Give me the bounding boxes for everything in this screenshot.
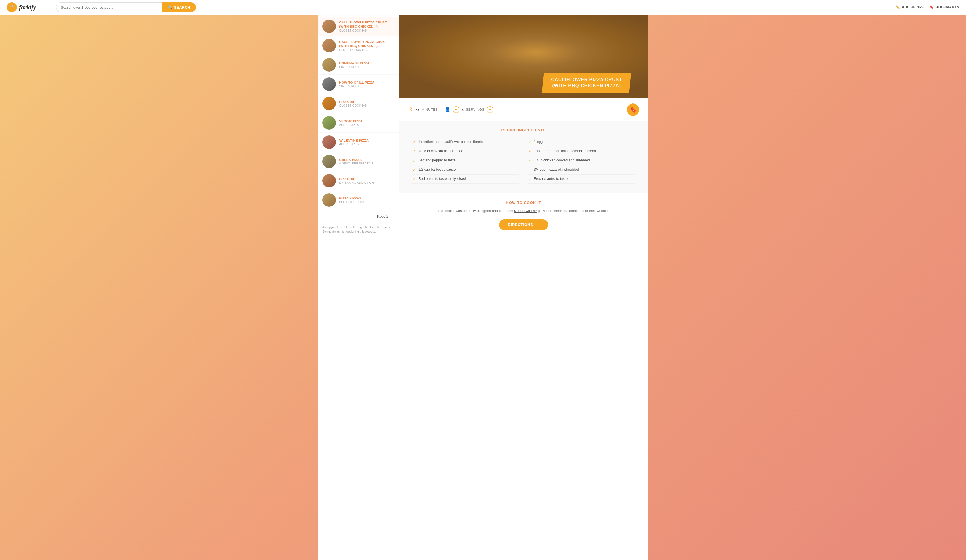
recipe-list-item[interactable]: PIZZA DIP MY BAKING ADDICTION <box>318 171 399 190</box>
recipe-item-source: ALL RECIPES <box>339 123 363 126</box>
recipe-item-title: PITTA PIZZAS <box>339 196 365 200</box>
clock-icon: ⏱ <box>408 107 413 113</box>
ingredient-item: ✓1 medium head cauliflower cut into flor… <box>412 138 519 147</box>
ingredients-title: RECIPE INGREDIENTS <box>412 128 635 132</box>
ingredient-item: ✓3/4 cup mozzarella shredded <box>528 165 635 174</box>
sidebar-footer: Page 2 → <box>318 210 399 223</box>
check-icon: ✓ <box>528 159 531 163</box>
servings-stat: 👤 − 4 SERVINGS + <box>444 106 493 113</box>
check-icon: ✓ <box>412 159 416 163</box>
recipe-stats: ⏱ 75 MINUTES 👤 − 4 SERVINGS + 🔖 <box>399 99 648 121</box>
check-icon: ✓ <box>412 177 416 181</box>
recipe-info: HOMEMADE PIZZA SIMPLY RECIPES <box>339 61 370 69</box>
logo-text: forkify <box>19 3 36 11</box>
ingredient-item: ✓1 egg <box>528 138 635 147</box>
search-btn-label: SEARCH <box>174 5 190 10</box>
directions-button[interactable]: DIRECTIONS → <box>499 219 548 230</box>
ingredient-item: ✓1/2 cup barbecue sauce <box>412 165 519 174</box>
recipe-item-source: BBC GOOD FOOD <box>339 200 365 204</box>
recipe-info: PIZZA DIP MY BAKING ADDICTION <box>339 177 374 185</box>
recipe-info: VALENTINE PIZZA ALL RECIPES <box>339 138 368 146</box>
ingredient-text: 1 egg <box>534 140 542 144</box>
recipe-item-source: CLOSET COOKING <box>339 29 394 32</box>
recipe-item-title: HOW TO GRILL PIZZA <box>339 80 375 85</box>
how-to-title: HOW TO COOK IT <box>412 200 635 205</box>
recipe-list-item[interactable]: CAULIFLOWER PIZZA CRUST (WITH BBQ CHICKE… <box>318 17 399 36</box>
decrease-servings-button[interactable]: − <box>453 106 460 113</box>
how-to-prefix: This recipe was carefully designed and t… <box>438 209 514 213</box>
sidebar: CAULIFLOWER PIZZA CRUST (WITH BBQ CHICKE… <box>318 15 399 560</box>
recipe-item-title: CAULIFLOWER PIZZA CRUST (WITH BBQ CHICKE… <box>339 40 394 48</box>
recipe-item-title: PIZZA DIP <box>339 100 367 104</box>
how-to-section: HOW TO COOK IT This recipe was carefully… <box>399 193 648 236</box>
recipe-thumbnail <box>322 77 336 91</box>
bookmarks-label: BOOKMARKS <box>936 5 959 9</box>
recipe-info: GREEK PIZZA A SPICY PERSPECTIVE <box>339 158 374 165</box>
recipe-info: CAULIFLOWER PIZZA CRUST (WITH BBQ CHICKE… <box>339 40 394 51</box>
recipe-item-title: CAULIFLOWER PIZZA CRUST (WITH BBQ CHICKE… <box>339 20 394 29</box>
check-icon: ✓ <box>528 168 531 172</box>
check-icon: ✓ <box>412 140 416 145</box>
bookmarks-button[interactable]: 🔖 BOOKMARKS <box>930 5 959 9</box>
check-icon: ✓ <box>528 177 531 181</box>
page-2-button[interactable]: Page 2 → <box>377 214 394 218</box>
increase-servings-button[interactable]: + <box>486 106 493 113</box>
recipe-info: HOW TO GRILL PIZZA SIMPLY RECIPES <box>339 80 375 88</box>
minutes-label: MINUTES <box>421 108 438 112</box>
recipe-info: PITTA PIZZAS BBC GOOD FOOD <box>339 196 365 204</box>
ingredients-right: ✓1 egg✓1 tsp oregano or italian seasonin… <box>528 138 635 184</box>
recipe-thumbnail <box>322 135 336 149</box>
recipe-list-item[interactable]: CAULIFLOWER PIZZA CRUST (WITH BBQ CHICKE… <box>318 36 399 55</box>
bookmark-recipe-button[interactable]: 🔖 <box>627 103 639 116</box>
time-stat: ⏱ 75 MINUTES <box>408 107 438 113</box>
minutes-value: 75 <box>415 108 419 112</box>
how-to-source-link[interactable]: Closet Cooking <box>514 209 540 213</box>
ingredient-text: 1 tsp oregano or italian seasoning blend <box>534 149 596 153</box>
recipe-thumbnail <box>322 39 336 52</box>
header-actions: ✏️ ADD RECIPE 🔖 BOOKMARKS <box>896 5 959 9</box>
recipe-item-title: HOMEMADE PIZZA <box>339 61 370 66</box>
recipe-list-item[interactable]: VALENTINE PIZZA ALL RECIPES <box>318 133 399 152</box>
recipe-list-item[interactable]: GREEK PIZZA A SPICY PERSPECTIVE <box>318 152 399 171</box>
recipe-list-item[interactable]: HOW TO GRILL PIZZA SIMPLY RECIPES <box>318 75 399 94</box>
persons-icon: 👤 <box>444 107 450 113</box>
recipe-thumbnail <box>322 20 336 33</box>
recipe-thumbnail <box>322 174 336 187</box>
recipe-thumbnail <box>322 155 336 168</box>
search-icon: 🔍 <box>168 5 172 10</box>
add-recipe-label: ADD RECIPE <box>902 5 924 9</box>
recipe-item-source: CLOSET COOKING <box>339 48 394 51</box>
recipe-list-item[interactable]: VEGGIE PIZZA ALL RECIPES <box>318 113 399 133</box>
recipe-list-item[interactable]: PITTA PIZZAS BBC GOOD FOOD <box>318 190 399 210</box>
ingredient-text: Red onion to taste thinly sliced <box>418 177 466 181</box>
ingredient-text: 1/2 cup mozzarella shredded <box>418 149 463 153</box>
add-recipe-button[interactable]: ✏️ ADD RECIPE <box>896 5 924 9</box>
copyright: © Copyright by R.Amogb. Huge thanks to M… <box>318 223 399 238</box>
check-icon: ✓ <box>412 168 416 172</box>
ingredient-item: ✓Red onion to taste thinly sliced <box>412 174 519 184</box>
ingredients-left: ✓1 medium head cauliflower cut into flor… <box>412 138 519 184</box>
main-content: CAULIFLOWER PIZZA CRUST (WITH BBQ CHICKE… <box>399 15 648 560</box>
directions-arrow-icon: → <box>536 223 539 227</box>
ingredient-item: ✓1 cup chicken cooked and shredded <box>528 156 635 165</box>
recipe-item-title: GREEK PIZZA <box>339 158 374 162</box>
logo-icon: 🍴 <box>7 2 17 12</box>
page-label: Page 2 <box>377 214 388 218</box>
copyright-link[interactable]: R.Amogb <box>343 225 355 229</box>
recipe-list: CAULIFLOWER PIZZA CRUST (WITH BBQ CHICKE… <box>318 17 399 210</box>
recipe-item-source: A SPICY PERSPECTIVE <box>339 162 374 165</box>
how-to-text: This recipe was carefully designed and t… <box>412 208 635 214</box>
servings-controls: − 4 SERVINGS + <box>453 106 493 113</box>
search-input[interactable] <box>56 2 162 12</box>
how-to-suffix: . Please check out directions at their w… <box>539 209 610 213</box>
main-layout: CAULIFLOWER PIZZA CRUST (WITH BBQ CHICKE… <box>318 15 648 560</box>
search-button[interactable]: 🔍 SEARCH <box>162 2 196 12</box>
recipe-item-source: CLOSET COOKING <box>339 104 367 107</box>
ingredients-grid: ✓1 medium head cauliflower cut into flor… <box>412 138 635 184</box>
recipe-thumbnail <box>322 193 336 207</box>
recipe-list-item[interactable]: HOMEMADE PIZZA SIMPLY RECIPES <box>318 55 399 75</box>
recipe-item-title: VALENTINE PIZZA <box>339 138 368 143</box>
recipe-list-item[interactable]: PIZZA DIP CLOSET COOKING <box>318 94 399 113</box>
add-recipe-icon: ✏️ <box>896 5 900 9</box>
ingredient-text: 3/4 cup mozzarella shredded <box>534 168 579 171</box>
